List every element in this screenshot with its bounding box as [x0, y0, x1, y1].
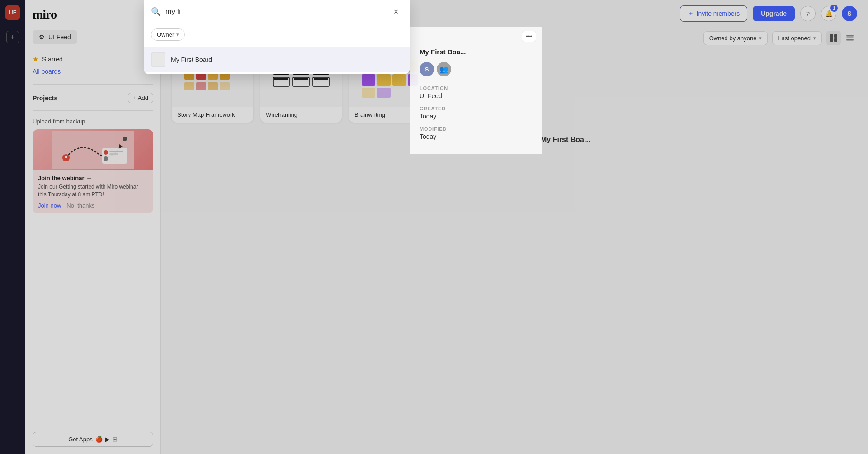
chevron-filter-icon: ▾ [176, 32, 179, 38]
result-thumbnail [151, 52, 165, 67]
search-filters: Owner ▾ [144, 24, 410, 45]
search-bar: 🔍 × [144, 0, 410, 24]
avatar-group: 👥 [437, 62, 451, 76]
modified-section: MODIFIED Today [420, 126, 533, 140]
location-section: LOCATION UI Feed [420, 85, 533, 99]
search-close-button[interactable]: × [390, 5, 402, 18]
search-result-item[interactable]: My First Board [144, 47, 410, 72]
svg-rect-61 [152, 53, 165, 66]
result-name: My First Board [171, 56, 212, 63]
more-options-button[interactable]: ••• [522, 31, 536, 42]
detail-board-name: My First Boa... [420, 48, 533, 56]
detail-panel: ••• My First Boa... S 👥 LOCATION UI Feed… [410, 27, 542, 154]
search-input[interactable] [165, 8, 385, 16]
avatar-s: S [420, 62, 434, 76]
search-icon: 🔍 [151, 7, 161, 17]
result-board-thumb [152, 53, 165, 66]
created-section: CREATED Today [420, 106, 533, 120]
detail-avatars: S 👥 [420, 62, 533, 76]
main-content: ＋ Invite members Upgrade ? 🔔 1 S Owned b… [161, 0, 868, 454]
search-overlay[interactable]: ••• My First Boa... S 👥 LOCATION UI Feed… [0, 0, 868, 454]
search-results: My First Board [144, 45, 410, 74]
owner-filter-button[interactable]: Owner ▾ [151, 28, 185, 41]
owner-filter-label: Owner [157, 31, 174, 38]
search-modal: 🔍 × Owner ▾ My First Board [144, 0, 410, 74]
